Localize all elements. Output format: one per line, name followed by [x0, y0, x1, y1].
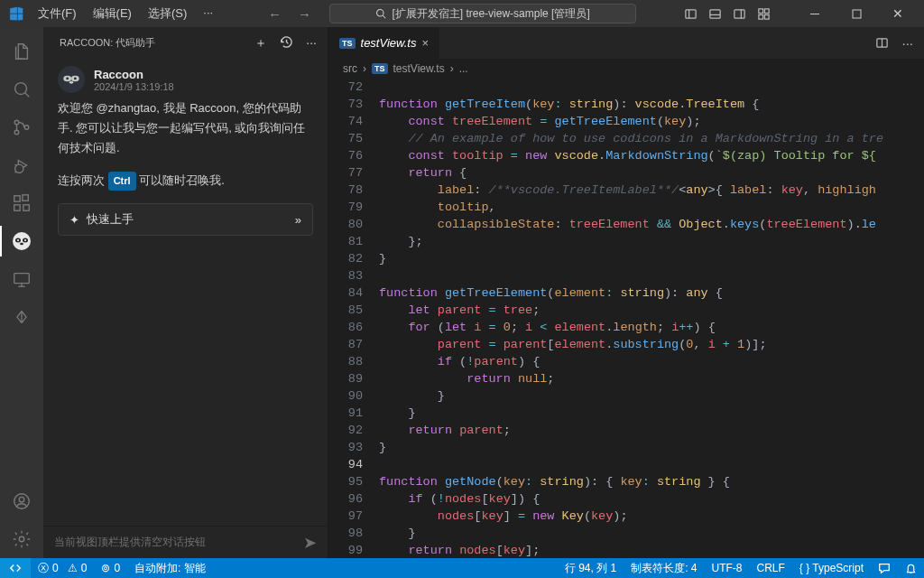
editor-area: TS testView.ts × ··· src › TS testView.t… [328, 27, 924, 558]
explorer-icon[interactable] [0, 33, 43, 70]
code-line[interactable]: 80 collapsibleState: treeElement && Obje… [328, 216, 924, 233]
svg-point-13 [15, 83, 27, 95]
chat-input-row: 当前视图顶栏提供清空对话按钮 ➤ [43, 526, 328, 558]
debug-attach-item[interactable]: 自动附加: 智能 [127, 561, 213, 576]
layout-toggle-sidebar-icon[interactable] [684, 7, 698, 21]
cursor-position[interactable]: 行 94, 列 1 [558, 561, 624, 576]
other-activity-icon[interactable] [0, 298, 43, 336]
code-line[interactable]: 78 label: /**vscode.TreeItemLabel**/<any… [328, 182, 924, 199]
layout-toggle-secondary-icon[interactable] [733, 7, 746, 21]
svg-rect-2 [686, 9, 696, 17]
send-icon[interactable]: ➤ [303, 533, 317, 553]
code-line[interactable]: 94 [328, 456, 924, 473]
code-line[interactable]: 77 return { [328, 164, 924, 182]
code-line[interactable]: 82} [328, 250, 924, 267]
language-mode[interactable]: { } TypeScript [792, 562, 871, 574]
history-icon[interactable] [280, 35, 293, 51]
split-editor-icon[interactable] [875, 36, 889, 50]
code-line[interactable]: 91 } [328, 405, 924, 422]
svg-rect-24 [23, 205, 29, 210]
sparkle-icon: ✦ [69, 213, 79, 227]
code-line[interactable]: 85 let parent = tree; [328, 302, 924, 319]
chevron-icon: › [450, 62, 454, 75]
code-line[interactable]: 73function getTreeItem(key: string): vsc… [328, 96, 924, 113]
menu-file[interactable]: 文件(F) [31, 2, 84, 25]
message-body-2: 连按两次 Ctrl 可以随时召唤我. [58, 171, 313, 191]
encoding[interactable]: UTF-8 [705, 562, 750, 574]
assistant-name: Raccoon [94, 68, 174, 81]
ctrl-key-badge: Ctrl [108, 172, 136, 191]
tab-label: testView.ts [361, 36, 417, 50]
chevron-icon: › [363, 62, 366, 75]
search-activity-icon[interactable] [0, 70, 43, 108]
window-minimize[interactable]: ─ [794, 0, 836, 27]
sidebar-more-icon[interactable]: ··· [306, 35, 317, 51]
code-editor[interactable]: 7273function getTreeItem(key: string): v… [328, 79, 924, 558]
code-line[interactable]: 99 return nodes[key]; [328, 542, 924, 558]
code-line[interactable]: 84function getTreeElement(element: strin… [328, 284, 924, 302]
tab-testview[interactable]: TS testView.ts × [328, 27, 440, 59]
svg-point-16 [14, 130, 19, 135]
code-line[interactable]: 72 [328, 79, 924, 96]
menu-edit[interactable]: 编辑(E) [86, 2, 139, 25]
code-line[interactable]: 83 [328, 267, 924, 284]
eol[interactable]: CRLF [750, 562, 792, 574]
menu-more[interactable]: ··· [196, 2, 220, 25]
window-close[interactable]: ✕ [877, 0, 919, 27]
breadcrumb-folder[interactable]: src [343, 62, 357, 75]
code-line[interactable]: 86 for (let i = 0; i < element.length; i… [328, 319, 924, 336]
command-center[interactable]: [扩展开发宿主] tree-view-sample [管理员] [329, 4, 636, 23]
layout-toggle-panel-icon[interactable] [708, 7, 722, 21]
code-line[interactable]: 96 if (!nodes[key]) { [328, 490, 924, 508]
ports-item[interactable]: ⊚0 [94, 562, 127, 574]
nav-forward-icon[interactable]: → [298, 6, 311, 22]
code-line[interactable]: 76 const tooltip = new vscode.MarkdownSt… [328, 147, 924, 164]
feedback-icon[interactable] [871, 562, 898, 574]
breadcrumb-tail[interactable]: ... [459, 62, 468, 75]
new-chat-icon[interactable]: ＋ [254, 35, 267, 51]
code-line[interactable]: 93} [328, 439, 924, 456]
code-line[interactable]: 75 // An example of how to use codicons … [328, 130, 924, 147]
code-line[interactable]: 74 const treeElement = getTreeElement(ke… [328, 113, 924, 130]
code-line[interactable]: 87 parent = parent[element.substring(0, … [328, 336, 924, 353]
code-line[interactable]: 90 } [328, 387, 924, 405]
bell-icon[interactable] [898, 563, 924, 574]
message-time: 2024/1/9 13:19:18 [94, 81, 174, 92]
window-maximize[interactable] [836, 0, 877, 27]
scm-icon[interactable] [0, 108, 43, 146]
editor-tabs: TS testView.ts × ··· [328, 27, 924, 59]
menu-select[interactable]: 选择(S) [141, 2, 194, 25]
code-line[interactable]: 88 if (!parent) { [328, 353, 924, 370]
tab-size[interactable]: 制表符长度: 4 [624, 561, 704, 576]
code-line[interactable]: 98 } [328, 525, 924, 542]
code-line[interactable]: 79 tooltip, [328, 199, 924, 216]
accounts-icon[interactable] [0, 482, 43, 520]
extensions-icon[interactable] [0, 184, 43, 222]
remote-indicator[interactable] [0, 558, 31, 578]
code-line[interactable]: 95function getNode(key: string): { key: … [328, 473, 924, 490]
remote-activity-icon[interactable] [0, 260, 43, 298]
quickstart-button[interactable]: ✦ 快速上手 » [58, 203, 313, 236]
svg-point-42 [69, 81, 73, 84]
sidebar-title: RACCOON: 代码助手 [60, 36, 155, 50]
code-line[interactable]: 81 }; [328, 233, 924, 250]
code-line[interactable]: 89 return null; [328, 370, 924, 387]
svg-rect-4 [710, 9, 720, 17]
code-line[interactable]: 92 return parent; [328, 422, 924, 439]
nav-back-icon[interactable]: ← [268, 6, 282, 22]
breadcrumb-file[interactable]: testView.ts [393, 62, 445, 75]
debug-icon[interactable] [0, 146, 43, 184]
code-line[interactable]: 97 nodes[key] = new Key(key); [328, 508, 924, 525]
breadcrumb[interactable]: src › TS testView.ts › ... [328, 59, 924, 79]
settings-icon[interactable] [0, 520, 43, 558]
layout-customize-icon[interactable] [757, 7, 771, 21]
editor-more-icon[interactable]: ··· [901, 35, 913, 51]
svg-rect-8 [759, 8, 763, 13]
errors-item[interactable]: ⓧ0⚠0 [31, 561, 94, 576]
tab-close-icon[interactable]: × [421, 36, 429, 50]
raccoon-activity-icon[interactable] [0, 222, 43, 260]
raccoon-avatar [58, 66, 85, 93]
ts-file-icon: TS [339, 38, 356, 49]
svg-rect-10 [759, 14, 763, 19]
chat-input[interactable]: 当前视图顶栏提供清空对话按钮 [54, 535, 303, 550]
